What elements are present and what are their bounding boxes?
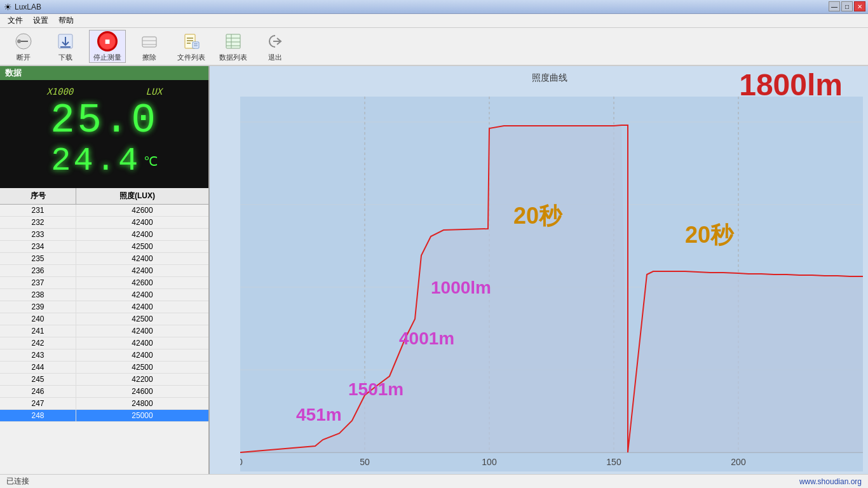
table-scroll[interactable]: 2314260023242400233424002344250023542400…	[0, 205, 208, 474]
close-button[interactable]: ✕	[854, 1, 865, 11]
erase-button[interactable]: 擦除	[131, 30, 168, 63]
svg-text:1501m: 1501m	[348, 379, 403, 399]
table-rows: 2314260023242400233424002344250023542400…	[0, 205, 208, 422]
row-seq: 244	[0, 362, 76, 373]
row-lux: 42200	[76, 374, 208, 385]
row-seq: 241	[0, 325, 76, 337]
panel-header: 数据	[0, 66, 208, 80]
col-lux: 照度(LUX)	[76, 188, 198, 204]
toolbar: 断开 下载 ■ 停止测量 擦除	[0, 28, 868, 66]
svg-text:0: 0	[240, 457, 243, 467]
exit-label: 退出	[268, 53, 282, 62]
titlebar: ☀ LuxLAB — □ ✕	[0, 0, 868, 14]
svg-rect-6	[142, 37, 156, 47]
disconnect-button[interactable]: 断开	[5, 30, 42, 63]
menubar: 文件 设置 帮助	[0, 14, 868, 28]
minimize-button[interactable]: —	[829, 1, 840, 11]
table-row[interactable]: 23642400	[0, 265, 208, 277]
svg-text:150: 150	[606, 457, 621, 467]
row-seq: 237	[0, 277, 76, 288]
erase-icon	[139, 31, 159, 51]
row-seq: 247	[0, 398, 76, 409]
datalist-button[interactable]: 数据列表	[215, 30, 252, 63]
table-row[interactable]: 24825000	[0, 410, 208, 422]
table-row[interactable]: 24542200	[0, 374, 208, 386]
row-seq: 245	[0, 374, 76, 385]
row-seq: 232	[0, 217, 76, 228]
menu-help[interactable]: 帮助	[53, 14, 79, 27]
row-lux: 42400	[76, 325, 208, 337]
table-header: 序号 照度(LUX)	[0, 188, 208, 205]
chart-svg: 0 10 20 30 40 0 50 100 150 200 451m 1501…	[240, 97, 863, 471]
menu-settings[interactable]: 设置	[28, 14, 53, 27]
table-row[interactable]: 23442500	[0, 241, 208, 253]
row-seq: 239	[0, 301, 76, 313]
lux-reading: 25.0	[10, 100, 198, 141]
svg-text:1000lm: 1000lm	[431, 278, 491, 297]
datalist-icon	[223, 31, 243, 51]
table-row[interactable]: 23842400	[0, 289, 208, 301]
svg-point-2	[17, 39, 21, 43]
exit-icon	[265, 31, 285, 51]
table-row[interactable]: 24724800	[0, 398, 208, 410]
erase-label: 擦除	[142, 53, 156, 62]
digital-display: X1000 LUX 25.0 24.4 ℃	[0, 80, 208, 188]
temperature-reading: 24.4	[51, 142, 140, 180]
svg-rect-13	[193, 42, 199, 48]
row-lux: 42400	[76, 217, 208, 228]
filelist-label: 文件列表	[177, 53, 205, 62]
statusbar: 已连接 www.shoudian.org	[0, 474, 868, 488]
row-lux: 42400	[76, 265, 208, 276]
table-row[interactable]: 23342400	[0, 229, 208, 241]
row-lux: 42400	[76, 253, 208, 264]
row-lux: 42600	[76, 277, 208, 288]
svg-text:20秒: 20秒	[513, 203, 563, 229]
download-label: 下载	[58, 53, 72, 62]
lux-label: LUX	[146, 86, 162, 97]
row-lux: 25000	[76, 410, 208, 421]
table-row[interactable]: 23542400	[0, 253, 208, 265]
stop-measure-button[interactable]: ■ 停止测量	[89, 30, 126, 63]
table-row[interactable]: 23142600	[0, 205, 208, 217]
row-seq: 242	[0, 337, 76, 349]
temp-unit: ℃	[144, 154, 158, 168]
row-lux: 42500	[76, 241, 208, 252]
table-row[interactable]: 23242400	[0, 217, 208, 229]
table-row[interactable]: 24624600	[0, 386, 208, 398]
row-lux: 24800	[76, 398, 208, 409]
table-row[interactable]: 24442500	[0, 362, 208, 374]
row-lux: 42600	[76, 205, 208, 216]
display-labels: X1000 LUX	[10, 86, 198, 97]
window-controls: — □ ✕	[829, 1, 865, 11]
row-lux: 42400	[76, 301, 208, 313]
stop-measure-label: 停止测量	[93, 53, 121, 62]
maximize-button[interactable]: □	[841, 1, 853, 11]
table-row[interactable]: 24342400	[0, 349, 208, 362]
row-lux: 42400	[76, 229, 208, 240]
disconnect-icon	[13, 31, 34, 51]
table-row[interactable]: 24142400	[0, 325, 208, 337]
exit-button[interactable]: 退出	[257, 30, 294, 63]
stop-icon: ■	[97, 31, 118, 51]
filelist-button[interactable]: 文件列表	[173, 30, 210, 63]
svg-text:20秒: 20秒	[685, 222, 735, 248]
svg-text:100: 100	[482, 457, 497, 467]
row-seq: 243	[0, 349, 76, 361]
disconnect-label: 断开	[17, 53, 31, 62]
table-row[interactable]: 24242400	[0, 337, 208, 349]
window-title: LuxLAB	[15, 3, 41, 11]
menu-file[interactable]: 文件	[3, 14, 28, 27]
row-seq: 234	[0, 241, 76, 252]
download-button[interactable]: 下载	[47, 30, 84, 63]
row-seq: 238	[0, 289, 76, 301]
table-row[interactable]: 23942400	[0, 301, 208, 313]
download-icon	[55, 31, 76, 51]
status-text: 已连接	[6, 476, 29, 487]
data-table: 序号 照度(LUX) 23142600232424002334240023442…	[0, 188, 208, 474]
app-icon: ☀	[4, 2, 12, 12]
chart-area: 照度曲线 1800lm 照度值(LUX) (10^3) 序号	[210, 66, 868, 474]
row-lux: 42500	[76, 362, 208, 373]
table-row[interactable]: 23742600	[0, 277, 208, 289]
table-row[interactable]: 24042500	[0, 313, 208, 325]
main-content: 数据 X1000 LUX 25.0 24.4 ℃ 序号 照度(LUX) 2314…	[0, 66, 868, 474]
